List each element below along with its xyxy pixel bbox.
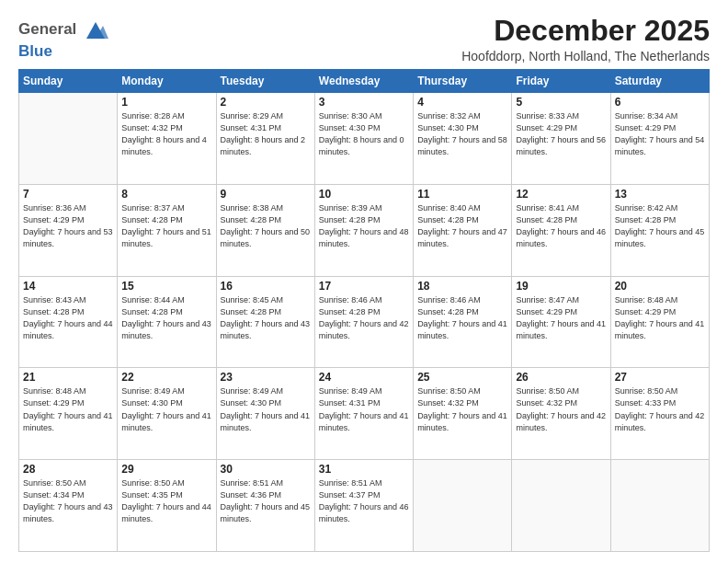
page: General Blue December 2025 Hoofddorp, No… bbox=[0, 0, 728, 563]
header-wednesday: Wednesday bbox=[314, 70, 413, 93]
header-saturday: Saturday bbox=[610, 70, 709, 93]
day-detail: Sunrise: 8:34 AMSunset: 4:29 PMDaylight:… bbox=[615, 110, 705, 158]
calendar-cell: 23Sunrise: 8:49 AMSunset: 4:30 PMDayligh… bbox=[216, 368, 314, 460]
day-number: 31 bbox=[319, 463, 409, 476]
calendar-cell: 3Sunrise: 8:30 AMSunset: 4:30 PMDaylight… bbox=[314, 93, 413, 185]
day-detail: Sunrise: 8:51 AMSunset: 4:37 PMDaylight:… bbox=[319, 477, 409, 525]
day-detail: Sunrise: 8:49 AMSunset: 4:31 PMDaylight:… bbox=[319, 385, 409, 433]
day-number: 15 bbox=[121, 280, 211, 293]
header-thursday: Thursday bbox=[414, 70, 512, 93]
calendar-cell: 19Sunrise: 8:47 AMSunset: 4:29 PMDayligh… bbox=[512, 276, 610, 368]
day-detail: Sunrise: 8:44 AMSunset: 4:28 PMDaylight:… bbox=[121, 294, 211, 342]
day-number: 26 bbox=[516, 371, 606, 384]
day-number: 19 bbox=[516, 280, 606, 293]
day-detail: Sunrise: 8:45 AMSunset: 4:28 PMDaylight:… bbox=[221, 294, 311, 342]
day-number: 12 bbox=[516, 188, 606, 201]
calendar-cell: 31Sunrise: 8:51 AMSunset: 4:37 PMDayligh… bbox=[314, 460, 413, 552]
day-number: 30 bbox=[221, 463, 311, 476]
header-sunday: Sunday bbox=[19, 70, 118, 93]
day-detail: Sunrise: 8:30 AMSunset: 4:30 PMDaylight:… bbox=[319, 110, 409, 158]
day-number: 2 bbox=[221, 96, 311, 109]
day-detail: Sunrise: 8:49 AMSunset: 4:30 PMDaylight:… bbox=[221, 385, 311, 433]
day-detail: Sunrise: 8:36 AMSunset: 4:29 PMDaylight:… bbox=[23, 202, 113, 250]
day-number: 11 bbox=[417, 188, 507, 201]
day-number: 9 bbox=[221, 188, 311, 201]
calendar-cell: 16Sunrise: 8:45 AMSunset: 4:28 PMDayligh… bbox=[216, 276, 314, 368]
logo: General Blue bbox=[18, 18, 108, 61]
day-detail: Sunrise: 8:41 AMSunset: 4:28 PMDaylight:… bbox=[516, 202, 606, 250]
calendar-week-row: 28Sunrise: 8:50 AMSunset: 4:34 PMDayligh… bbox=[19, 460, 710, 552]
day-detail: Sunrise: 8:33 AMSunset: 4:29 PMDaylight:… bbox=[516, 110, 606, 158]
day-detail: Sunrise: 8:40 AMSunset: 4:28 PMDaylight:… bbox=[417, 202, 507, 250]
calendar-cell: 7Sunrise: 8:36 AMSunset: 4:29 PMDaylight… bbox=[19, 184, 118, 276]
day-number: 7 bbox=[23, 188, 113, 201]
calendar-cell: 12Sunrise: 8:41 AMSunset: 4:28 PMDayligh… bbox=[512, 184, 610, 276]
day-number: 8 bbox=[121, 188, 211, 201]
day-number: 28 bbox=[23, 463, 113, 476]
day-detail: Sunrise: 8:48 AMSunset: 4:29 PMDaylight:… bbox=[23, 385, 113, 433]
day-number: 21 bbox=[23, 371, 113, 384]
subtitle: Hoofddorp, North Holland, The Netherland… bbox=[461, 49, 710, 63]
calendar-cell: 29Sunrise: 8:50 AMSunset: 4:35 PMDayligh… bbox=[118, 460, 216, 552]
calendar-cell: 11Sunrise: 8:40 AMSunset: 4:28 PMDayligh… bbox=[414, 184, 512, 276]
day-detail: Sunrise: 8:37 AMSunset: 4:28 PMDaylight:… bbox=[121, 202, 211, 250]
title-block: December 2025 Hoofddorp, North Holland, … bbox=[461, 15, 710, 63]
calendar-week-row: 14Sunrise: 8:43 AMSunset: 4:28 PMDayligh… bbox=[19, 276, 710, 368]
calendar-cell: 2Sunrise: 8:29 AMSunset: 4:31 PMDaylight… bbox=[216, 93, 314, 185]
main-title: December 2025 bbox=[461, 15, 710, 47]
day-detail: Sunrise: 8:50 AMSunset: 4:33 PMDaylight:… bbox=[615, 385, 705, 433]
header: General Blue December 2025 Hoofddorp, No… bbox=[18, 15, 710, 63]
calendar-cell: 15Sunrise: 8:44 AMSunset: 4:28 PMDayligh… bbox=[118, 276, 216, 368]
logo-icon bbox=[83, 17, 108, 42]
day-detail: Sunrise: 8:48 AMSunset: 4:29 PMDaylight:… bbox=[615, 294, 705, 342]
calendar-header-row: Sunday Monday Tuesday Wednesday Thursday… bbox=[19, 70, 710, 93]
calendar-cell: 6Sunrise: 8:34 AMSunset: 4:29 PMDaylight… bbox=[610, 93, 709, 185]
day-detail: Sunrise: 8:49 AMSunset: 4:30 PMDaylight:… bbox=[121, 385, 211, 433]
day-number: 22 bbox=[121, 371, 211, 384]
calendar-cell: 13Sunrise: 8:42 AMSunset: 4:28 PMDayligh… bbox=[610, 184, 709, 276]
calendar-cell: 26Sunrise: 8:50 AMSunset: 4:32 PMDayligh… bbox=[512, 368, 610, 460]
calendar-cell: 30Sunrise: 8:51 AMSunset: 4:36 PMDayligh… bbox=[216, 460, 314, 552]
day-detail: Sunrise: 8:29 AMSunset: 4:31 PMDaylight:… bbox=[221, 110, 311, 158]
day-detail: Sunrise: 8:42 AMSunset: 4:28 PMDaylight:… bbox=[615, 202, 705, 250]
day-detail: Sunrise: 8:50 AMSunset: 4:35 PMDaylight:… bbox=[121, 477, 211, 525]
day-detail: Sunrise: 8:43 AMSunset: 4:28 PMDaylight:… bbox=[23, 294, 113, 342]
header-tuesday: Tuesday bbox=[216, 70, 314, 93]
day-number: 25 bbox=[417, 371, 507, 384]
day-detail: Sunrise: 8:46 AMSunset: 4:28 PMDaylight:… bbox=[319, 294, 409, 342]
day-detail: Sunrise: 8:51 AMSunset: 4:36 PMDaylight:… bbox=[221, 477, 311, 525]
day-number: 4 bbox=[417, 96, 507, 109]
calendar-cell: 8Sunrise: 8:37 AMSunset: 4:28 PMDaylight… bbox=[118, 184, 216, 276]
calendar-cell: 18Sunrise: 8:46 AMSunset: 4:28 PMDayligh… bbox=[414, 276, 512, 368]
calendar-week-row: 7Sunrise: 8:36 AMSunset: 4:29 PMDaylight… bbox=[19, 184, 710, 276]
day-detail: Sunrise: 8:32 AMSunset: 4:30 PMDaylight:… bbox=[417, 110, 507, 158]
day-number: 13 bbox=[615, 188, 705, 201]
calendar-cell: 25Sunrise: 8:50 AMSunset: 4:32 PMDayligh… bbox=[414, 368, 512, 460]
calendar-cell: 10Sunrise: 8:39 AMSunset: 4:28 PMDayligh… bbox=[314, 184, 413, 276]
calendar-cell: 17Sunrise: 8:46 AMSunset: 4:28 PMDayligh… bbox=[314, 276, 413, 368]
calendar-cell bbox=[610, 460, 709, 552]
day-number: 17 bbox=[319, 280, 409, 293]
day-detail: Sunrise: 8:38 AMSunset: 4:28 PMDaylight:… bbox=[221, 202, 311, 250]
calendar-cell bbox=[19, 93, 118, 185]
calendar-cell: 14Sunrise: 8:43 AMSunset: 4:28 PMDayligh… bbox=[19, 276, 118, 368]
day-number: 20 bbox=[615, 280, 705, 293]
calendar-week-row: 1Sunrise: 8:28 AMSunset: 4:32 PMDaylight… bbox=[19, 93, 710, 185]
day-number: 10 bbox=[319, 188, 409, 201]
calendar-cell: 20Sunrise: 8:48 AMSunset: 4:29 PMDayligh… bbox=[610, 276, 709, 368]
calendar-cell: 4Sunrise: 8:32 AMSunset: 4:30 PMDaylight… bbox=[414, 93, 512, 185]
calendar-cell: 28Sunrise: 8:50 AMSunset: 4:34 PMDayligh… bbox=[19, 460, 118, 552]
day-detail: Sunrise: 8:46 AMSunset: 4:28 PMDaylight:… bbox=[417, 294, 507, 342]
calendar-cell: 22Sunrise: 8:49 AMSunset: 4:30 PMDayligh… bbox=[118, 368, 216, 460]
calendar-cell bbox=[512, 460, 610, 552]
day-number: 27 bbox=[615, 371, 705, 384]
calendar-cell bbox=[414, 460, 512, 552]
day-number: 14 bbox=[23, 280, 113, 293]
day-number: 5 bbox=[516, 96, 606, 109]
day-number: 18 bbox=[417, 280, 507, 293]
calendar-table: Sunday Monday Tuesday Wednesday Thursday… bbox=[18, 69, 710, 552]
calendar-cell: 5Sunrise: 8:33 AMSunset: 4:29 PMDaylight… bbox=[512, 93, 610, 185]
day-detail: Sunrise: 8:50 AMSunset: 4:34 PMDaylight:… bbox=[23, 477, 113, 525]
header-friday: Friday bbox=[512, 70, 610, 93]
header-monday: Monday bbox=[118, 70, 216, 93]
